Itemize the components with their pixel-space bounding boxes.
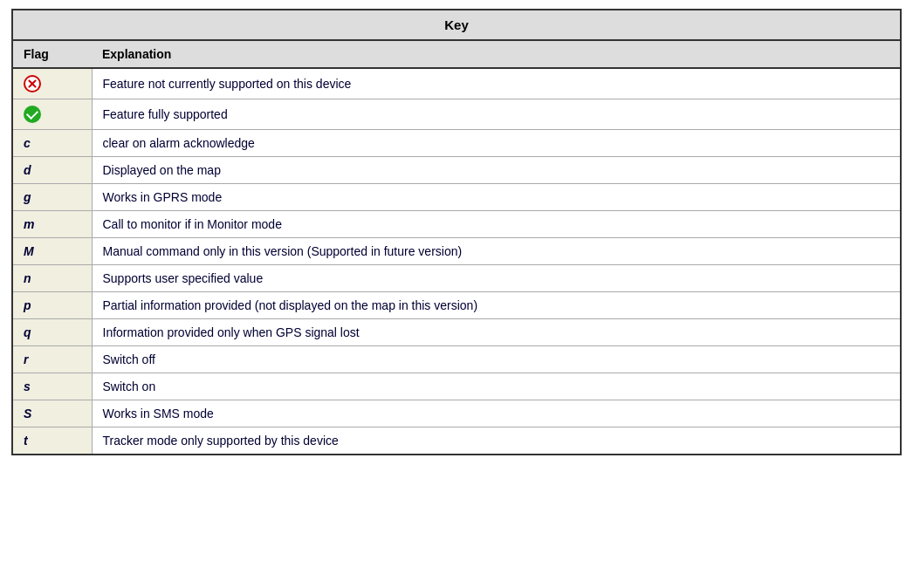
- table-row: gWorks in GPRS mode: [13, 184, 900, 211]
- table-row: dDisplayed on the map: [13, 157, 900, 184]
- explanation-cell: Works in GPRS mode: [92, 184, 900, 211]
- key-table-wrapper: Key Flag Explanation Feature not current…: [11, 9, 902, 455]
- table-row: cclear on alarm acknowledge: [13, 130, 900, 157]
- table-row: SWorks in SMS mode: [13, 400, 900, 427]
- supported-icon: [24, 106, 41, 123]
- table-row: pPartial information provided (not displ…: [13, 292, 900, 319]
- table-row: sSwitch on: [13, 373, 900, 400]
- key-table: Flag Explanation Feature not currently s…: [13, 41, 900, 454]
- flag-cell: t: [13, 427, 92, 455]
- flag-cell: c: [13, 130, 92, 157]
- explanation-cell: Tracker mode only supported by this devi…: [92, 427, 900, 455]
- explanation-cell: clear on alarm acknowledge: [92, 130, 900, 157]
- explanation-cell: Displayed on the map: [92, 157, 900, 184]
- flag-cell: g: [13, 184, 92, 211]
- table-row: mCall to monitor if in Monitor mode: [13, 211, 900, 238]
- table-header-row: Flag Explanation: [13, 41, 900, 68]
- flag-cell: q: [13, 319, 92, 346]
- explanation-cell: Supports user specified value: [92, 265, 900, 292]
- flag-cell: S: [13, 400, 92, 427]
- table-title: Key: [13, 10, 900, 41]
- explanation-cell: Feature fully supported: [92, 99, 900, 130]
- flag-cell: [13, 68, 92, 99]
- table-row: rSwitch off: [13, 346, 900, 373]
- flag-cell: m: [13, 211, 92, 238]
- flag-cell: p: [13, 292, 92, 319]
- table-row: qInformation provided only when GPS sign…: [13, 319, 900, 346]
- flag-cell: M: [13, 238, 92, 265]
- explanation-cell: Works in SMS mode: [92, 400, 900, 427]
- flag-cell: [13, 99, 92, 130]
- table-row: nSupports user specified value: [13, 265, 900, 292]
- table-row: MManual command only in this version (Su…: [13, 238, 900, 265]
- table-row: Feature not currently supported on this …: [13, 68, 900, 99]
- explanation-cell: Manual command only in this version (Sup…: [92, 238, 900, 265]
- table-row: tTracker mode only supported by this dev…: [13, 427, 900, 455]
- flag-cell: n: [13, 265, 92, 292]
- column-header-explanation: Explanation: [92, 41, 900, 68]
- explanation-cell: Feature not currently supported on this …: [92, 68, 900, 99]
- explanation-cell: Switch off: [92, 346, 900, 373]
- flag-cell: r: [13, 346, 92, 373]
- table-row: Feature fully supported: [13, 99, 900, 130]
- not-supported-icon: [24, 75, 41, 92]
- flag-cell: d: [13, 157, 92, 184]
- flag-cell: s: [13, 373, 92, 400]
- explanation-cell: Partial information provided (not displa…: [92, 292, 900, 319]
- explanation-cell: Call to monitor if in Monitor mode: [92, 211, 900, 238]
- column-header-flag: Flag: [13, 41, 92, 68]
- explanation-cell: Switch on: [92, 373, 900, 400]
- explanation-cell: Information provided only when GPS signa…: [92, 319, 900, 346]
